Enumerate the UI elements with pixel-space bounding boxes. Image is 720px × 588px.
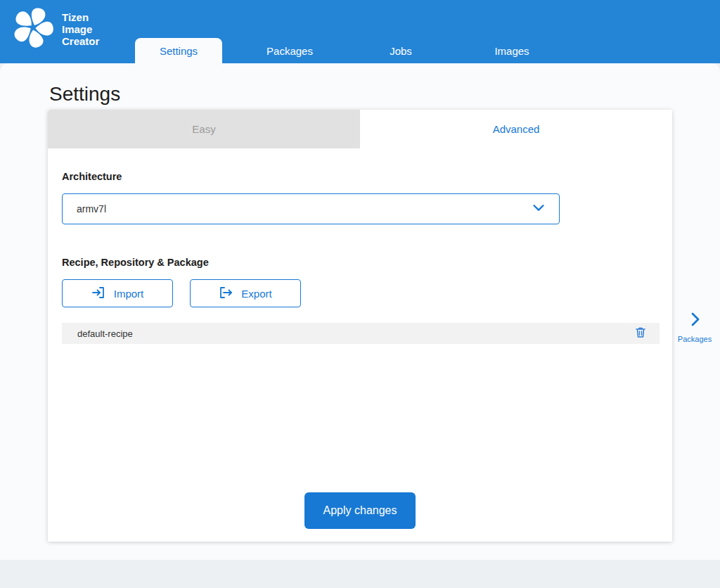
recipe-list: default-recipe [62,323,660,344]
nav-tab-settings[interactable]: Settings [135,38,222,63]
import-button[interactable]: Import [62,279,173,307]
architecture-selected-value: armv7l [77,203,531,215]
nav-tab-images[interactable]: Images [468,38,555,63]
recipe-list-item: default-recipe [62,323,660,344]
export-icon [219,286,233,302]
tab-advanced[interactable]: Advanced [360,110,672,148]
recipe-section-label: Recipe, Repository & Package [62,257,660,268]
card-body: Architecture armv7l Recipe, Repository &… [48,148,672,344]
chevron-down-icon [531,200,546,218]
tab-easy[interactable]: Easy [48,110,360,148]
import-button-label: Import [114,288,144,300]
export-button[interactable]: Export [190,279,301,307]
mode-tab-bar: Easy Advanced [48,110,672,148]
app-header: Tizen Image Creator Settings Packages Jo… [0,0,720,63]
import-export-row: Import Export [62,279,660,307]
trash-icon [635,326,646,340]
main-content: Settings Easy Advanced Architecture armv… [0,63,720,560]
import-icon [91,286,105,302]
nav-tab-packages[interactable]: Packages [246,38,333,63]
recipe-name: default-recipe [77,328,631,339]
architecture-select[interactable]: armv7l [62,193,560,224]
tizen-pinwheel-icon [11,6,55,52]
page-title: Settings [49,83,120,106]
main-nav: Settings Packages Jobs Images [135,38,555,63]
brand-title: Tizen Image Creator [62,11,99,47]
packages-panel-toggle[interactable]: Packages [676,311,713,343]
chevron-right-icon [686,318,703,330]
delete-recipe-button[interactable] [631,324,650,343]
export-button-label: Export [241,288,271,300]
apply-changes-button[interactable]: Apply changes [304,492,416,529]
packages-panel-label: Packages [676,335,713,343]
architecture-label: Architecture [62,171,660,182]
page-background-strip [0,560,720,588]
nav-tab-jobs[interactable]: Jobs [357,38,444,63]
brand-logo[interactable]: Tizen Image Creator [11,6,99,52]
settings-card: Easy Advanced Architecture armv7l Recipe… [48,110,672,542]
